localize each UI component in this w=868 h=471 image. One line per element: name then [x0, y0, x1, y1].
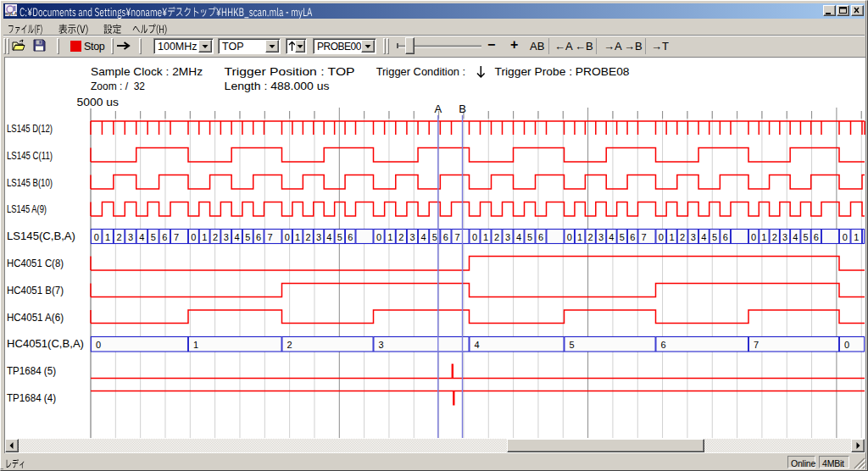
svg-text:6: 6 — [661, 340, 666, 350]
svg-text:6: 6 — [162, 232, 167, 242]
svg-text:6: 6 — [348, 232, 353, 242]
svg-text:5000 us: 5000 us — [77, 96, 120, 108]
svg-text:4: 4 — [516, 232, 521, 242]
svg-text:Trigger Probe : PROBE08: Trigger Probe : PROBE08 — [495, 65, 630, 78]
svg-text:5: 5 — [527, 232, 532, 242]
svg-text:7: 7 — [267, 232, 272, 242]
svg-text:5: 5 — [620, 232, 625, 242]
svg-text:1: 1 — [105, 232, 110, 242]
svg-text:Sample Clock : 2MHz: Sample Clock : 2MHz — [91, 65, 203, 78]
svg-text:0: 0 — [472, 232, 477, 242]
svg-text:LS145(C,B,A): LS145(C,B,A) — [7, 230, 75, 242]
svg-text:Trigger Position : TOP: Trigger Position : TOP — [225, 65, 355, 78]
svg-text:LS145 A(9): LS145 A(9) — [7, 203, 47, 215]
svg-text:6: 6 — [443, 232, 448, 242]
svg-text:1: 1 — [854, 232, 859, 242]
svg-text:0: 0 — [285, 232, 290, 242]
svg-text:4: 4 — [421, 232, 426, 242]
svg-text:2: 2 — [588, 232, 593, 242]
svg-text:5: 5 — [804, 232, 809, 242]
svg-text:1: 1 — [202, 232, 207, 242]
svg-text:5: 5 — [245, 232, 250, 242]
svg-text:HC4051 C(8): HC4051 C(8) — [7, 258, 64, 269]
svg-text:5: 5 — [712, 232, 717, 242]
svg-text:2: 2 — [680, 232, 685, 242]
svg-text:6: 6 — [814, 232, 819, 242]
svg-text:4: 4 — [326, 232, 331, 242]
svg-text:2: 2 — [117, 232, 122, 242]
svg-text:6: 6 — [538, 232, 543, 242]
svg-text:5: 5 — [337, 232, 342, 242]
svg-text:5: 5 — [432, 232, 437, 242]
svg-text:2: 2 — [306, 232, 311, 242]
svg-text:3: 3 — [505, 232, 510, 242]
svg-text:7: 7 — [174, 232, 179, 242]
svg-text:1: 1 — [387, 232, 392, 242]
svg-text:1: 1 — [483, 232, 488, 242]
svg-text:6: 6 — [630, 232, 635, 242]
svg-text:Length : 488.000 us: Length : 488.000 us — [225, 80, 331, 92]
svg-text:2: 2 — [398, 232, 403, 242]
svg-text:6: 6 — [256, 232, 261, 242]
svg-text:1: 1 — [193, 340, 198, 350]
svg-text:5: 5 — [151, 232, 156, 242]
svg-text:0: 0 — [659, 232, 664, 242]
svg-text:2: 2 — [213, 232, 218, 242]
svg-text:0: 0 — [844, 340, 849, 350]
svg-text:LS145 D(12): LS145 D(12) — [7, 123, 53, 135]
svg-text:7: 7 — [641, 232, 646, 242]
svg-text:3: 3 — [379, 340, 384, 350]
svg-text:TP1684 (4): TP1684 (4) — [7, 392, 56, 404]
svg-text:HC4051 B(7): HC4051 B(7) — [7, 285, 64, 296]
svg-text:1: 1 — [761, 232, 766, 242]
svg-text:0: 0 — [751, 232, 756, 242]
svg-text:6: 6 — [723, 232, 728, 242]
svg-text:2: 2 — [772, 232, 777, 242]
svg-text:2: 2 — [494, 232, 499, 242]
svg-text:HC4051 A(6): HC4051 A(6) — [7, 312, 64, 324]
svg-text:3: 3 — [409, 232, 415, 242]
svg-text:4: 4 — [609, 232, 614, 242]
svg-text:3: 3 — [782, 232, 787, 242]
svg-text:0: 0 — [96, 340, 101, 350]
svg-text:4: 4 — [701, 232, 706, 242]
svg-text:0: 0 — [567, 232, 572, 242]
svg-text:1: 1 — [295, 232, 300, 242]
svg-text:4: 4 — [139, 232, 144, 242]
svg-text:1: 1 — [669, 232, 674, 242]
svg-text:3: 3 — [316, 232, 321, 242]
svg-text:0: 0 — [376, 232, 381, 242]
svg-text:TP1684 (5): TP1684 (5) — [7, 365, 56, 377]
svg-text:5: 5 — [570, 340, 575, 350]
svg-text:LS145 C(11): LS145 C(11) — [7, 150, 53, 162]
svg-text:4: 4 — [234, 232, 239, 242]
svg-text:HC4051(C,B,A): HC4051(C,B,A) — [7, 338, 84, 350]
svg-text:B: B — [459, 103, 466, 115]
svg-text:0: 0 — [94, 232, 99, 242]
svg-text:7: 7 — [454, 232, 459, 242]
svg-text:4: 4 — [793, 232, 798, 242]
svg-text:1: 1 — [577, 232, 582, 242]
svg-text:3: 3 — [598, 232, 604, 242]
svg-text:0: 0 — [191, 232, 196, 242]
svg-text:3: 3 — [224, 232, 229, 242]
svg-text:7: 7 — [754, 340, 759, 350]
svg-text:A: A — [434, 103, 442, 115]
svg-text:0: 0 — [843, 232, 848, 242]
svg-text:LS145 B(10): LS145 B(10) — [7, 177, 53, 189]
svg-text:4: 4 — [475, 340, 480, 350]
svg-text:3: 3 — [128, 232, 133, 242]
svg-text:3: 3 — [691, 232, 696, 242]
svg-text:2: 2 — [287, 340, 292, 350]
svg-text:Trigger Condition :: Trigger Condition : — [376, 65, 466, 78]
svg-text:Zoom : / 32: Zoom : / 32 — [91, 80, 145, 92]
